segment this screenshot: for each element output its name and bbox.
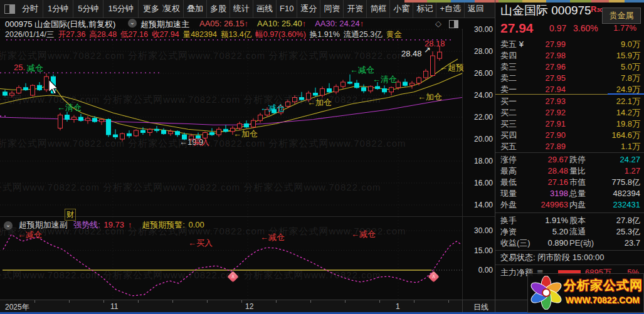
sub-line1-value: 19.73↑ <box>104 220 136 229</box>
sub-axis-label: 15.00 <box>464 246 493 255</box>
toolbar-item-同资[interactable]: 同资 <box>320 0 343 18</box>
chart-event-label: ←加仓 <box>307 97 332 108</box>
axis-tick <box>448 300 449 303</box>
order-row-买四[interactable]: 买四 27.90 164.6万 <box>495 130 644 141</box>
panel-separator <box>495 264 644 265</box>
toolbar-item-1分钟[interactable]: 1分钟 <box>43 0 73 18</box>
panel-separator <box>495 152 644 153</box>
period-label: 日线 <box>473 302 488 313</box>
main-chart-canvas[interactable] <box>0 29 462 217</box>
app-root: 分时1分钟5分钟15分钟更多 〉 复权叠加多股统计画线F10逐分同资开资简框小窗… <box>0 0 644 314</box>
stat-row-外盘: 外盘249963 内盘232431 <box>495 199 644 211</box>
accent-strip-segment <box>625 0 644 3</box>
price-axis-label: 18.00 <box>464 157 493 165</box>
split-window-icon[interactable] <box>449 20 458 28</box>
sub-event-label: ←减仓 <box>260 232 285 243</box>
stat-row-换手: 换手1.91% 股本27.8亿 <box>495 215 644 226</box>
axis-tick <box>69 300 70 303</box>
toolbar-item-统计[interactable]: 统计 <box>230 0 253 18</box>
accent-strip-segment <box>609 0 625 3</box>
chart-event-label: ←加仓 <box>233 128 258 140</box>
chart-event-label: 减仓 <box>27 63 43 74</box>
chart-event-label: ←加仓 <box>418 92 442 103</box>
axis-tick <box>34 300 35 303</box>
time-axis-label: 11 <box>110 302 118 311</box>
logo-url: WWW.70822.COM <box>566 295 640 305</box>
toolbar-item-逐分[interactable]: 逐分 <box>297 0 320 18</box>
ohlc-token: 开27.36 <box>58 29 86 39</box>
accent-strip-segment <box>427 0 451 3</box>
toolbar-item-F10[interactable]: F10 <box>276 0 297 18</box>
site-logo: 分析家公式网 WWW.70822.COM <box>527 273 644 313</box>
price-axis-label: 16.00 <box>464 179 493 187</box>
ohlc-token: 额13.4亿 <box>221 29 251 39</box>
toolbar-item-返回[interactable]: 返回 <box>464 0 487 18</box>
mouse-cursor <box>48 79 59 95</box>
ohlc-token: 换1.91% <box>310 29 340 39</box>
toolbar-item-开资[interactable]: 开资 <box>343 0 366 18</box>
price-axis-label: 24.00 <box>464 91 493 100</box>
toolbar-item-小窗[interactable]: 小窗 <box>389 0 413 18</box>
sub-line2-value: 0.00 <box>188 220 204 229</box>
last-price: 27.94 <box>500 21 534 36</box>
axis-tick <box>276 300 277 303</box>
time-axis-label: 12 <box>245 302 253 311</box>
order-row-买二[interactable]: 买二 27.92 14.2万 <box>495 107 644 118</box>
toolbar-item-画线[interactable]: 画线 <box>253 0 276 18</box>
stock-name: 山金国际 000975 <box>500 3 591 18</box>
ma-values: AA05: 26.15↑AA10: 25.40↑AA30: 24.24↑ <box>199 19 372 28</box>
price-change-pct: 3.60% <box>573 21 598 36</box>
order-row-买三[interactable]: 买三 27.91 19.8万 <box>495 118 644 130</box>
chart-event-label: ←清仓 <box>57 102 82 113</box>
window-layout-icon[interactable] <box>4 4 15 14</box>
main-toolbar: 分时1分钟5分钟15分钟更多 〉 复权叠加多股统计画线F10逐分同资开资简框小窗… <box>0 0 495 18</box>
trading-status: 交易状态: 闭市阶段 15:00:00 <box>495 252 644 263</box>
toolbar-item-分时[interactable]: 分时 <box>18 0 43 18</box>
stock-title: 000975 山金国际(日线,前复权) <box>5 19 115 30</box>
sub-event-label: ←减仓 <box>351 229 376 240</box>
panel-divider <box>495 0 495 314</box>
sub-axis-label: 0.00 <box>464 266 493 275</box>
order-row-买五[interactable]: 买五 27.89 1.1万 <box>495 141 644 152</box>
accent-strip-segment <box>522 0 546 3</box>
order-row-卖三[interactable]: 卖三 27.96 5.0万 <box>495 61 644 73</box>
toolbar-item-5分钟[interactable]: 5分钟 <box>73 0 103 18</box>
price-axis-label: 22.00 <box>464 113 493 122</box>
toolbar-item-+自选[interactable]: +自选 <box>436 0 464 18</box>
axis-tick <box>310 300 311 303</box>
chart-event-label: ←减仓 <box>350 65 374 76</box>
price-axis-label: 28.00 <box>464 47 493 56</box>
price-change: 0.97 <box>549 21 566 36</box>
axis-tick <box>379 300 380 303</box>
sector-change-pct: 1.77% <box>613 21 636 36</box>
order-row-买一[interactable]: 买一 27.93 22.1万 <box>495 96 644 107</box>
quote-panel: 山金国际 000975 R300 贵金属 27.94 0.97 3.60% 1.… <box>495 0 644 312</box>
chart-event-label: ←超预 <box>440 62 464 73</box>
ohlc-token: 高28.48 <box>89 29 117 39</box>
indicator-sub-name: 超预期加速副 <box>19 220 68 229</box>
time-axis-label: 1 <box>396 302 400 311</box>
stat-row-收益(三): 收益(三)0.890 PE(动)23.7 <box>495 238 644 249</box>
indicator-main-name: 超预期加速主 <box>140 19 189 30</box>
sub-chart-canvas[interactable] <box>0 217 462 300</box>
ohlc-token: 收27.94 <box>152 29 179 39</box>
toolbar-item-多股[interactable]: 多股 <box>206 0 230 18</box>
toolbar-item-叠加[interactable]: 叠加 <box>183 0 206 18</box>
toolbar-item-15分钟[interactable]: 15分钟 <box>103 0 137 18</box>
price-axis-label: 30.00 <box>464 25 493 34</box>
order-row-卖二[interactable]: 卖二 27.95 7.8万 <box>495 73 644 84</box>
axis-tick <box>241 300 242 303</box>
ohlc-token: 低27.16 <box>120 29 148 39</box>
order-row-卖四[interactable]: 卖四 27.98 15.9万 <box>495 50 644 61</box>
price-axis-label: 20.00 <box>464 135 493 144</box>
diamond-icon[interactable]: ◇ <box>435 19 441 28</box>
toolbar-item-复权[interactable]: 复权 <box>161 0 183 18</box>
ma-value: AA10: 25.40↑ <box>257 19 306 28</box>
accent-strip-segment <box>546 0 570 3</box>
toolbar-item-标记[interactable]: 标记 <box>413 0 436 18</box>
order-row-卖五[interactable]: 卖五 ¥ 27.99 9.0万 <box>495 39 644 50</box>
axis-tick <box>345 300 346 303</box>
collapse-sub-indicator-icon[interactable]: ⌄ <box>4 221 13 230</box>
toolbar-item-简框[interactable]: 简框 <box>366 0 389 18</box>
collapse-main-indicator-icon[interactable]: ⌄ <box>128 19 137 28</box>
